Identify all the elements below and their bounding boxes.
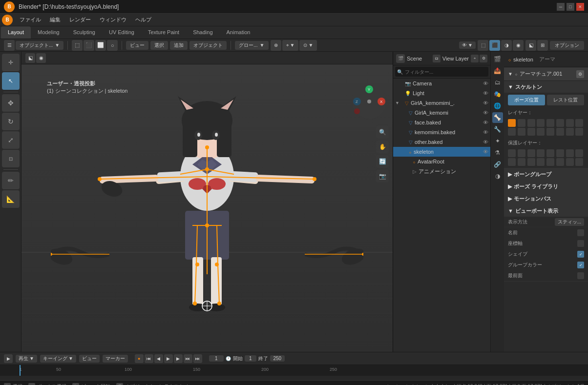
viewport-canvas[interactable]: ユーザー・透視投影 (1) シーンコレクション | skeleton X Y Z: [21, 64, 393, 352]
tab-sculpting[interactable]: Sculpting: [66, 26, 102, 39]
select-mode-icon[interactable]: ⬚: [72, 40, 83, 51]
wireframe-icon[interactable]: ⬚: [478, 40, 488, 51]
rest-position-btn[interactable]: レスト位置: [547, 95, 584, 105]
outliner-item-animation[interactable]: ▷ アニメーション: [393, 166, 490, 176]
tab-shading[interactable]: Shading: [186, 26, 219, 39]
prot-cell-9[interactable]: [508, 158, 516, 166]
prot-cell-11[interactable]: [527, 158, 535, 166]
rendered-view-icon[interactable]: ◉: [513, 40, 524, 51]
viewport-header-icon1[interactable]: ⬕: [25, 53, 35, 63]
kemomimi-baked-vis-icon[interactable]: 👁: [483, 129, 488, 135]
viewlayer-settings-btn[interactable]: ⚙: [480, 55, 487, 62]
props-modifier-icon[interactable]: 🔧: [492, 124, 503, 135]
rotate-tool[interactable]: ↻: [2, 113, 20, 130]
step-fwd-btn[interactable]: ▶: [174, 354, 183, 363]
props-render-icon[interactable]: 🎬: [492, 54, 503, 64]
move-tool[interactable]: ✥: [2, 94, 20, 112]
proportional-dropdown[interactable]: ⊙▼: [299, 40, 317, 51]
prot-cell-7[interactable]: [566, 149, 574, 157]
overlay-icon[interactable]: ⬕: [525, 40, 536, 51]
prot-cell-1[interactable]: [508, 149, 516, 157]
other-baked-vis-icon[interactable]: 👁: [483, 139, 488, 145]
layer-cell-15[interactable]: [566, 128, 574, 136]
add-menu[interactable]: 追加: [170, 41, 188, 50]
camera-btn[interactable]: 📷: [376, 170, 389, 182]
skeleton-section-header[interactable]: ▼ スケルトン: [504, 81, 588, 93]
prot-cell-8[interactable]: [575, 149, 583, 157]
transform-tool[interactable]: ⊡: [2, 150, 20, 167]
props-particles-icon[interactable]: ✦: [492, 136, 503, 146]
props-object-data-icon[interactable]: 🦴: [492, 112, 503, 123]
outliner-item-face-baked[interactable]: ▽ face.baked 👁: [393, 118, 490, 127]
in-front-toggle-checkbox[interactable]: [577, 272, 584, 279]
menu-help[interactable]: ヘルプ: [131, 15, 155, 24]
layer-cell-4[interactable]: [537, 119, 545, 127]
props-material-icon[interactable]: ◑: [492, 171, 503, 182]
view-menu-timeline[interactable]: ビュー: [79, 355, 100, 363]
zoom-in-btn[interactable]: 🔍: [376, 126, 389, 139]
layer-cell-8[interactable]: [575, 119, 583, 127]
layer-cell-10[interactable]: [518, 128, 525, 136]
prot-cell-16[interactable]: [575, 158, 583, 166]
timeline-ruler[interactable]: 1 50 100 150 200 250: [0, 365, 588, 376]
viewport[interactable]: ⬕ ◉: [21, 52, 393, 352]
play-btn[interactable]: ▶: [164, 354, 173, 363]
layer-cell-6[interactable]: [556, 119, 564, 127]
material-preview-icon[interactable]: ◑: [501, 40, 512, 51]
display-as-dropdown[interactable]: スティッ...: [555, 218, 584, 226]
scale-tool[interactable]: ⤢: [2, 131, 20, 149]
gizmo-icon[interactable]: ⊞: [537, 40, 548, 51]
layer-cell-5[interactable]: [546, 119, 554, 127]
jump-end-btn[interactable]: ⏭: [184, 354, 192, 363]
armature-settings-icon[interactable]: ⚙: [576, 70, 584, 78]
outliner-item-girla-root[interactable]: ▼ ▽ GirlA_kemomimi_. 👁: [393, 98, 490, 108]
outliner-item-avatarroot[interactable]: ⬦ AvatarRoot: [393, 157, 490, 166]
transform-dropdown[interactable]: グロー...▼: [235, 41, 268, 50]
layer-cell-16[interactable]: [575, 128, 583, 136]
prot-cell-14[interactable]: [556, 158, 564, 166]
select-tool[interactable]: ↖: [2, 72, 20, 90]
layer-cell-14[interactable]: [556, 128, 564, 136]
prot-cell-13[interactable]: [546, 158, 554, 166]
keyframe-dropdown[interactable]: キーイング▼: [40, 355, 76, 363]
rotate-btn[interactable]: 🔄: [376, 155, 389, 168]
pose-library-header[interactable]: ▶ ポーズ ライブラリ: [504, 181, 588, 192]
marker-menu[interactable]: マーカー: [103, 355, 128, 363]
skeleton-vis-icon[interactable]: 👁: [483, 149, 488, 155]
outliner-item-other-baked[interactable]: ▽ other.baked 👁: [393, 137, 490, 147]
current-frame-display[interactable]: 1: [209, 355, 224, 362]
viewlayer-label[interactable]: View Layer: [442, 56, 469, 61]
outliner-item-skeleton[interactable]: ⬦ skeleton 👁: [393, 147, 490, 157]
view-layer-toggle[interactable]: 👁▼: [459, 41, 476, 49]
props-output-icon[interactable]: 📤: [492, 65, 503, 76]
viewlayer-add-btn[interactable]: +: [471, 55, 479, 62]
face-baked-vis-icon[interactable]: 👁: [483, 120, 488, 125]
object-mode-dropdown[interactable]: オブジェクト...▼: [16, 41, 63, 50]
prot-cell-15[interactable]: [566, 158, 574, 166]
layer-cell-1[interactable]: [508, 119, 516, 127]
viewport-header-icon2[interactable]: ◉: [36, 53, 46, 63]
tab-animation[interactable]: Animation: [220, 26, 257, 39]
menu-window[interactable]: ウィンドウ: [96, 15, 130, 24]
tab-uv-editing[interactable]: UV Editing: [102, 26, 141, 39]
prot-cell-5[interactable]: [546, 149, 554, 157]
props-scene-icon[interactable]: 🎭: [492, 89, 503, 100]
select-menu[interactable]: 選択: [150, 41, 168, 50]
pose-position-btn[interactable]: ポーズ位置: [508, 95, 545, 105]
prot-cell-6[interactable]: [556, 149, 564, 157]
step-back-btn[interactable]: ◀: [154, 354, 163, 363]
close-button[interactable]: ✕: [576, 3, 584, 11]
prot-cell-4[interactable]: [537, 149, 545, 157]
props-physics-icon[interactable]: ⚗: [492, 147, 503, 158]
name-toggle-checkbox[interactable]: [577, 229, 584, 236]
motion-paths-header[interactable]: ▶ モーションパス: [504, 193, 588, 204]
scene-label[interactable]: Scene: [407, 56, 422, 61]
view-menu[interactable]: ビュー: [126, 41, 148, 50]
prot-cell-3[interactable]: [527, 149, 535, 157]
prot-cell-12[interactable]: [537, 158, 545, 166]
light-vis-icon[interactable]: 👁: [483, 90, 488, 96]
layer-cell-11[interactable]: [527, 128, 535, 136]
outliner-search-input[interactable]: [403, 69, 486, 75]
cursor-tool[interactable]: ✛: [2, 54, 20, 71]
hand-btn[interactable]: ✋: [376, 141, 389, 153]
